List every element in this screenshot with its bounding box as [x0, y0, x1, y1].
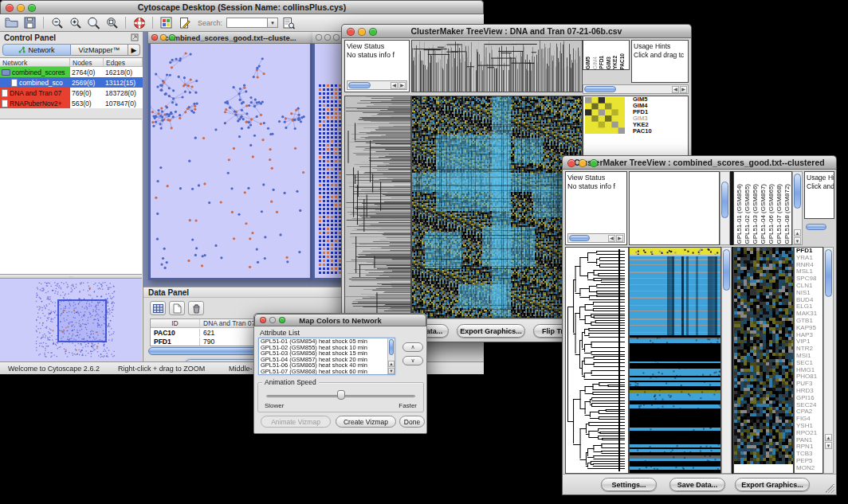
new-attribute-icon[interactable] [169, 301, 185, 315]
attribute-item[interactable]: GPL51-07 (GSM868) heat shock 60 min [259, 369, 395, 375]
network-row[interactable]: combined_sco 2569(6) 13112(15) [0, 77, 143, 88]
zoom-in-icon[interactable] [67, 15, 84, 30]
gene-column-label[interactable]: GIM4 [592, 57, 599, 69]
scroll-right-icon[interactable]: ▶ [616, 235, 623, 242]
speed-slider-thumb[interactable] [337, 390, 345, 400]
cytoscape-titlebar[interactable]: Cytoscape Desktop (Session Name: collins… [0, 0, 484, 14]
frame-zoom-button[interactable] [169, 34, 175, 41]
birdseye-view[interactable] [0, 279, 142, 361]
array-column-label[interactable]: GPL51-04 (GSM857) [760, 184, 768, 244]
scrollbar-thumb[interactable] [825, 249, 832, 297]
gene-column-label[interactable]: PAC10 [619, 53, 626, 69]
submatrix-heatmap-canvas[interactable] [585, 97, 625, 134]
select-attributes-icon[interactable] [150, 301, 166, 315]
column-header-nodes[interactable]: Nodes [70, 58, 104, 66]
column-header-edges[interactable]: Edges [104, 58, 143, 66]
view-status-hscrollbar[interactable]: ◀▶ [347, 80, 407, 90]
save-data-button[interactable]: Save Data... [669, 478, 725, 491]
resize-grip[interactable] [826, 484, 834, 493]
save-session-button[interactable] [22, 15, 38, 30]
column-labels-vscrollbar[interactable]: ▲ ▼ [792, 171, 803, 245]
annotation-icon[interactable] [176, 15, 193, 30]
scroll-up-icon[interactable]: ▲ [794, 229, 801, 236]
vizmapper-palette-icon[interactable] [158, 15, 175, 30]
treeview1-titlebar[interactable]: ClusterMaker TreeView : DNA and Tran 07-… [341, 24, 692, 38]
frame-2-zoom-button[interactable] [333, 34, 340, 41]
gene-column-label[interactable]: PFD1 [599, 56, 606, 69]
float-panel-icon[interactable] [131, 33, 139, 41]
zoom-actual-icon[interactable] [85, 15, 102, 30]
heatmap-vscrollbar[interactable] [721, 247, 732, 474]
frame-2-minimize-button[interactable] [324, 34, 331, 41]
birdseye-selection-rect[interactable] [57, 299, 107, 342]
gene-label[interactable]: PAC10 [631, 128, 688, 135]
network-row[interactable]: combined_scores 2764(0) 16218(0) [0, 67, 143, 77]
gene-column-label[interactable]: GIM5 [585, 57, 592, 69]
close-button[interactable] [6, 4, 14, 12]
zoom-button[interactable] [28, 4, 36, 12]
create-vizmap-button[interactable]: Create Vizmap [336, 416, 396, 428]
array-column-label[interactable]: GPL51-07 (GSM868) [775, 184, 783, 244]
tab-vizmapper[interactable]: VizMapper™ [71, 44, 128, 56]
attribute-browser-icon[interactable] [280, 15, 296, 30]
zoom-button[interactable] [369, 28, 377, 36]
animate-vizmap-button[interactable]: Animate Vizmap [261, 416, 331, 428]
array-column-label[interactable]: GPL51-08 (GSM872) [783, 184, 791, 244]
delete-attribute-icon[interactable] [188, 301, 204, 315]
tab-network[interactable]: Network [2, 44, 71, 56]
array-column-label[interactable]: GPL51-06 (GSM865) [768, 184, 775, 244]
array-column-label[interactable]: GPL51-03 (GSM856) [752, 184, 760, 244]
scroll-right-icon[interactable]: ▶ [398, 82, 406, 89]
heatmap-view[interactable] [411, 96, 583, 318]
network-frame-titlebar[interactable]: combined_scores_good.txt--cluste... [148, 32, 312, 44]
dialog-titlebar[interactable]: Map Colors to Network [254, 314, 426, 326]
scroll-down-icon[interactable]: ▼ [794, 237, 801, 244]
search-dropdown-icon[interactable]: ▾ [268, 18, 278, 28]
column-dendrogram-view[interactable] [411, 40, 583, 92]
scroll-left-icon[interactable]: ◀ [608, 235, 615, 242]
minimize-button[interactable] [269, 317, 276, 323]
zoom-button[interactable] [590, 159, 598, 167]
column-header-network[interactable]: Network [0, 58, 70, 66]
row-dendrogram-view[interactable] [344, 96, 411, 318]
scroll-down-icon[interactable]: ▼ [388, 368, 395, 374]
zoom-selected-icon[interactable] [104, 15, 120, 30]
zoom-out-icon[interactable] [49, 15, 65, 30]
network-row[interactable]: RNAPuberNov2+ 563(0) 107847(0) [0, 98, 143, 108]
scrollbar-thumb[interactable] [348, 82, 371, 88]
scroll-down-icon[interactable]: ▼ [825, 442, 832, 449]
close-button[interactable] [260, 317, 266, 323]
scrollbar-thumb[interactable] [389, 339, 394, 355]
scroll-right-icon[interactable]: ▶ [680, 86, 687, 93]
scroll-left-icon[interactable]: ◀ [672, 86, 679, 93]
scroll-up-icon[interactable]: ▲ [388, 361, 395, 367]
attribute-list-scrollbar[interactable]: ▲ ▼ [387, 338, 395, 374]
minimize-button[interactable] [358, 28, 366, 36]
gene-list-vscrollbar[interactable]: ▲ ▼ [823, 247, 834, 474]
attribute-listbox[interactable]: GPL51-01 (GSM854) heat shock 05 minGPL51… [258, 338, 395, 375]
view-status-hscrollbar[interactable]: ◀▶ [567, 233, 625, 243]
export-graphics-button[interactable]: Export Graphics... [735, 478, 810, 491]
gene-column-label[interactable]: GIM3 [606, 57, 613, 69]
secondary-heatmap-view[interactable] [733, 247, 794, 474]
scroll-left-icon[interactable]: ◀ [391, 82, 398, 89]
frame-2-close-button[interactable] [316, 34, 322, 41]
close-button[interactable] [567, 159, 575, 167]
array-column-label[interactable]: GPL51-02 (GSM855) [744, 184, 752, 244]
column-dendrogram-area[interactable] [629, 171, 720, 245]
column-area-vscrollbar[interactable] [720, 171, 730, 245]
scrollbar-thumb[interactable] [794, 174, 801, 209]
minimize-button[interactable] [579, 159, 587, 167]
tab-overflow-arrow[interactable]: ▶ [128, 44, 140, 56]
move-up-button[interactable]: ∧ [402, 342, 423, 352]
help-lifesaver-icon[interactable] [131, 15, 147, 30]
settings-button[interactable]: Settings... [601, 478, 657, 491]
usage-hints-scroll-thumb[interactable] [806, 224, 826, 230]
gene-column-label[interactable]: YKE2 [612, 56, 619, 69]
scrollbar-thumb[interactable] [721, 182, 728, 218]
frame-minimize-button[interactable] [160, 34, 167, 41]
zoom-button[interactable] [279, 317, 285, 323]
open-session-button[interactable] [3, 15, 20, 30]
scrollbar-thumb[interactable] [584, 86, 616, 92]
column-header-id[interactable]: ID [151, 319, 200, 327]
